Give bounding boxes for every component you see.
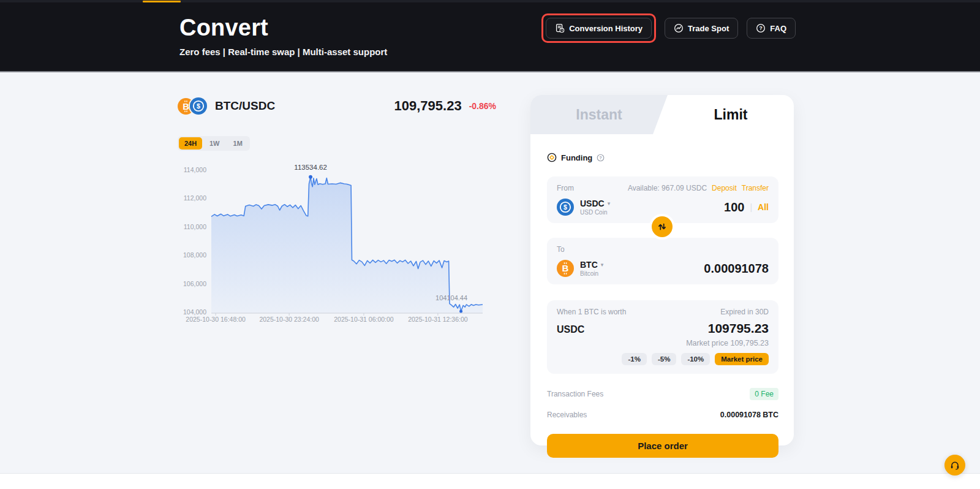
header-actions: Conversion History Trade Spot ? [541, 13, 796, 43]
swap-arrows-icon [657, 221, 668, 232]
to-coin-btc-icon: B [557, 260, 574, 277]
time-range-selector: 24H 1W 1M [178, 136, 250, 151]
svg-text:?: ? [760, 25, 763, 31]
market-price-text: Market price 109,795.23 [557, 339, 769, 347]
x-axis-tick: 2025-10-30 23:24:00 [249, 316, 329, 323]
funding-help-icon[interactable]: ? [597, 154, 605, 162]
conversion-history-label: Conversion History [569, 24, 643, 33]
transfer-link[interactable]: Transfer [742, 184, 769, 192]
receivables-label: Receivables [547, 411, 587, 419]
receivables-row: Receivables 0.00091078 BTC [547, 411, 778, 419]
history-icon [555, 23, 565, 33]
to-coin-symbol: BTC [580, 260, 598, 270]
pair-name: BTC/USDC [215, 99, 275, 113]
from-amount-input[interactable]: 100 [724, 200, 744, 214]
to-coin-selector[interactable]: BTC ▾ [580, 260, 603, 270]
fee-badge: 0 Fee [750, 388, 778, 400]
chart-peak-dot [309, 175, 312, 179]
minus-1pct-button[interactable]: -1% [622, 353, 646, 365]
tab-limit[interactable]: Limit [668, 95, 794, 134]
transaction-fees-row: Transaction Fees 0 Fee [547, 388, 778, 400]
y-axis-tick: 108,000 [178, 251, 206, 259]
convert-panel: Instant Limit Funding [530, 95, 794, 445]
funding-icon [547, 153, 557, 162]
nav-active-underline [143, 1, 181, 2]
y-axis-tick: 114,000 [178, 166, 206, 173]
x-axis-tick: 2025-10-31 06:00:00 [324, 316, 404, 323]
quote-currency: USDC [557, 324, 584, 335]
limit-price-input[interactable]: 109795.23 [708, 321, 769, 336]
faq-button[interactable]: ? FAQ [747, 18, 796, 39]
price-chart: 113534.62 104104.44 114,000112,000110,00… [178, 158, 496, 336]
conversion-history-highlight-box: Conversion History [541, 13, 656, 43]
trade-spot-button[interactable]: Trade Spot [665, 18, 738, 39]
market-chart-section: B $ BTC/USDC 109,795.23 -0.86% 24H 1W 1M [178, 96, 496, 336]
y-axis-tick: 112,000 [178, 194, 206, 202]
transaction-fees-label: Transaction Fees [547, 390, 603, 398]
limit-price-label: When 1 BTC is worth [557, 308, 626, 316]
chevron-down-icon: ▾ [608, 200, 611, 207]
faq-label: FAQ [770, 24, 786, 33]
receivables-value: 0.00091078 BTC [720, 411, 778, 419]
limit-price-box: When 1 BTC is worth Expired in 30D USDC … [547, 300, 778, 374]
all-button[interactable]: All [758, 202, 769, 212]
page-title: Convert [179, 15, 387, 41]
svg-text:$: $ [197, 102, 200, 110]
funding-label: Funding [561, 153, 592, 162]
y-axis-tick: 106,000 [178, 280, 206, 287]
usdc-icon: $ [189, 96, 208, 116]
range-1w-button[interactable]: 1W [203, 137, 225, 150]
to-box: To B BTC ▾ Bi [547, 238, 778, 284]
deposit-link[interactable]: Deposit [712, 184, 737, 192]
trade-spot-label: Trade Spot [688, 24, 729, 33]
chevron-down-icon: ▾ [601, 262, 604, 268]
chart-max-label: 113534.62 [274, 164, 347, 171]
svg-text:B: B [562, 263, 569, 273]
x-axis-tick: 2025-10-31 12:36:00 [398, 316, 478, 323]
conversion-history-button[interactable]: Conversion History [546, 18, 652, 39]
minus-10pct-button[interactable]: -10% [681, 353, 710, 365]
from-label: From [557, 184, 574, 192]
minus-5pct-button[interactable]: -5% [652, 353, 676, 365]
range-24h-button[interactable]: 24H [179, 137, 202, 150]
trade-icon [674, 23, 684, 33]
tab-instant[interactable]: Instant [530, 95, 668, 134]
from-coin-usdc-icon: $ [557, 199, 574, 216]
amount-divider: | [750, 202, 752, 212]
chart-min-dot [459, 310, 462, 313]
pair-change: -0.86% [469, 101, 496, 111]
y-axis-tick: 104,000 [178, 308, 206, 316]
top-nav-strip [0, 0, 980, 2]
page-subtitle: Zero fees | Real-time swap | Multi-asset… [179, 47, 387, 57]
funding-account-row: Funding ? [547, 153, 778, 162]
swap-direction-button[interactable] [652, 216, 673, 237]
pair-price: 109,795.23 [394, 98, 462, 114]
from-coin-selector[interactable]: USDC ▾ [580, 199, 610, 208]
place-order-button[interactable]: Place order [547, 434, 778, 458]
x-axis-tick: 2025-10-30 16:48:00 [176, 316, 255, 323]
chart-area-fill [211, 177, 483, 313]
from-coin-name: USD Coin [580, 209, 610, 216]
y-axis-tick: 110,000 [178, 223, 206, 230]
headset-icon [949, 460, 960, 471]
market-price-button[interactable]: Market price [715, 353, 769, 365]
footer-strip [0, 473, 980, 489]
expiry-label: Expired in 30D [720, 308, 769, 316]
to-coin-name: Bitcoin [580, 270, 603, 277]
svg-text:$: $ [564, 203, 567, 211]
panel-tabs: Instant Limit [530, 95, 794, 134]
to-amount-value: 0.00091078 [704, 262, 769, 276]
chart-end-label: 104104.44 [415, 294, 488, 301]
to-label: To [557, 245, 565, 254]
available-balance: Available: 967.09 USDC [628, 184, 707, 192]
svg-text:?: ? [600, 155, 603, 161]
support-button[interactable] [944, 455, 965, 476]
convert-page: Convert Zero fees | Real-time swap | Mul… [0, 0, 980, 489]
range-1m-button[interactable]: 1M [227, 137, 249, 150]
question-icon: ? [756, 23, 766, 33]
from-coin-symbol: USDC [580, 199, 605, 208]
page-header: Convert Zero fees | Real-time swap | Mul… [0, 0, 980, 72]
